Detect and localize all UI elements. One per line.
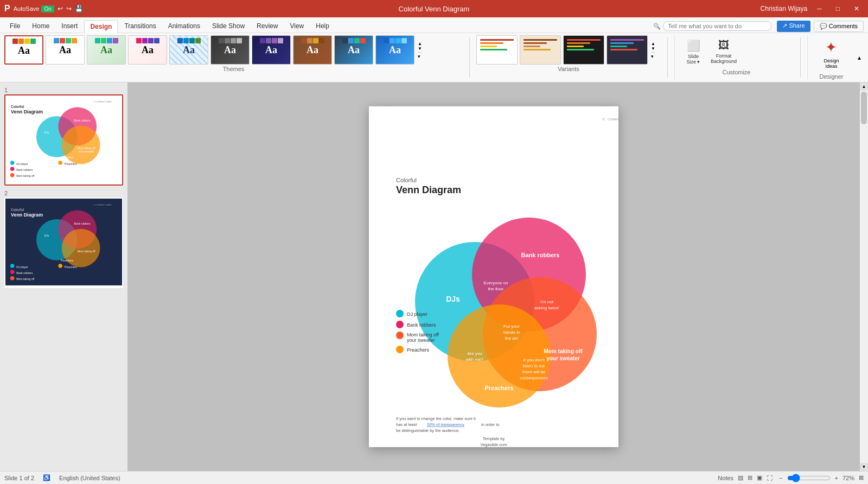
username: Christian Wijaya	[761, 5, 808, 12]
autosave-control: AutoSave On	[14, 5, 54, 12]
svg-text:V COMPANY NAME: V COMPANY NAME	[93, 203, 112, 206]
svg-text:Bank robbers: Bank robbers	[74, 222, 91, 225]
svg-text:has at least: has at least	[396, 422, 417, 427]
menu-insert[interactable]: Insert	[56, 20, 83, 32]
design-ideas-label: DesignIdeas	[824, 58, 839, 69]
theme-item-2[interactable]: Aa	[46, 35, 85, 65]
presenter-view-icon[interactable]: ⛶	[767, 475, 773, 481]
theme-item-3[interactable]: Aa	[87, 35, 126, 65]
slide-thumb-svg-2: Colorful Venn Diagram DJs Bank robbers M…	[5, 199, 122, 286]
ribbon: File Home Insert Design Transitions Anim…	[0, 17, 868, 82]
menu-design[interactable]: Design	[84, 20, 118, 33]
zoom-slider[interactable]	[787, 474, 831, 482]
svg-text:Put your: Put your	[503, 324, 520, 329]
theme-item-10[interactable]: Aa	[375, 35, 414, 65]
menu-transitions[interactable]: Transitions	[119, 20, 161, 32]
variant-item-3[interactable]	[563, 35, 604, 65]
slide-number-2: 2	[4, 190, 123, 196]
reading-view-icon[interactable]: ▣	[757, 474, 762, 481]
theme-item-1[interactable]: Aa	[4, 35, 43, 65]
svg-text:in order to: in order to	[481, 422, 500, 427]
main-area: 1 Colorful Venn Diagram DJs Bank robbers…	[0, 82, 868, 471]
svg-text:Colorful: Colorful	[11, 105, 24, 109]
menu-bar: File Home Insert Design Transitions Anim…	[0, 17, 868, 33]
autosave-badge[interactable]: On	[41, 5, 54, 12]
svg-text:DJ player: DJ player	[16, 265, 28, 268]
svg-text:DJ player: DJ player	[407, 311, 427, 317]
slide-thumbnail-2[interactable]: Colorful Venn Diagram DJs Bank robbers M…	[4, 198, 123, 289]
fit-slide-icon[interactable]: ⊠	[859, 474, 864, 481]
designer-label: Designer	[819, 73, 843, 80]
app-logo: P	[4, 4, 10, 14]
notes-button[interactable]: Notes	[718, 475, 733, 481]
variant-item-1[interactable]	[476, 35, 518, 65]
design-ideas-icon: ✦	[825, 39, 837, 56]
theme-item-9[interactable]: Aa	[334, 35, 373, 65]
menu-view[interactable]: View	[284, 20, 309, 32]
svg-point-73	[396, 346, 404, 353]
variant-item-4[interactable]	[607, 35, 648, 65]
divider-3	[800, 37, 801, 78]
maximize-button[interactable]: □	[832, 4, 844, 14]
theme-item-8[interactable]: Aa	[293, 35, 332, 65]
ribbon-collapse-button[interactable]: ▲	[855, 35, 864, 80]
share-button[interactable]: ↗ Share	[777, 21, 810, 32]
slide-canvas: V COMPANY NAME Colorful Venn Diagram DJs	[369, 106, 618, 447]
save-icon[interactable]: 💾	[75, 5, 83, 12]
zoom-out-button[interactable]: −	[777, 474, 784, 482]
menu-search-area: 🔍	[653, 21, 771, 31]
redo-icon[interactable]: ↪	[66, 5, 72, 12]
minimize-button[interactable]: ─	[813, 4, 826, 14]
svg-text:Colorful: Colorful	[11, 207, 24, 211]
menu-review[interactable]: Review	[251, 20, 283, 32]
menu-home[interactable]: Home	[27, 20, 55, 32]
scroll-up-button[interactable]: ▲	[860, 82, 868, 91]
undo-icon[interactable]: ↩	[58, 5, 63, 12]
comments-button[interactable]: 💬 Comments	[814, 21, 864, 32]
theme-item-4[interactable]: Aa	[128, 35, 167, 65]
zoom-in-button[interactable]: +	[833, 474, 840, 482]
svg-text:Preachers: Preachers	[484, 385, 513, 391]
theme-item-6[interactable]: Aa	[210, 35, 250, 65]
variant-item-2[interactable]	[520, 35, 561, 65]
svg-text:the floor: the floor	[488, 286, 504, 291]
format-background-button[interactable]: 🖼 FormatBackground	[710, 35, 738, 68]
slide-sorter-icon[interactable]: ⊞	[748, 474, 752, 481]
svg-text:If you want to change the colo: If you want to change the color, make su…	[396, 416, 476, 421]
menu-slideshow[interactable]: Slide Show	[207, 20, 250, 32]
scroll-down-button[interactable]: ▼	[860, 463, 868, 471]
slide-size-label: SlideSize ▾	[686, 54, 700, 65]
theme-item-5[interactable]: Aa	[169, 35, 208, 65]
zoom-controls: − + 72%	[777, 474, 854, 482]
menu-animations[interactable]: Animations	[163, 20, 206, 32]
canvas-area: V COMPANY NAME Colorful Venn Diagram DJs	[127, 82, 860, 471]
svg-text:with me?: with me?	[465, 357, 484, 362]
design-ideas-button[interactable]: ✦ DesignIdeas	[820, 36, 842, 72]
divider-1	[469, 37, 470, 78]
svg-text:Preachers: Preachers	[61, 259, 73, 262]
variants-label: Variants	[476, 66, 661, 72]
slide-number-1: 1	[4, 87, 123, 93]
slide-size-button[interactable]: ⬜ SlideSize ▾	[679, 35, 707, 68]
scrollbar-track[interactable]	[860, 91, 868, 463]
svg-text:Bank robbers: Bank robbers	[16, 271, 33, 275]
scrollbar-thumb[interactable]	[861, 92, 867, 124]
slide-thumbnail-1[interactable]: Colorful Venn Diagram DJs Bank robbers M…	[4, 94, 123, 186]
close-button[interactable]: ✕	[850, 4, 864, 14]
svg-point-30	[10, 264, 15, 268]
themes-scroll[interactable]: ▲ ▼ ▾	[417, 40, 423, 60]
customize-buttons: ⬜ SlideSize ▾ 🖼 FormatBackground	[679, 35, 794, 68]
vertical-scrollbar[interactable]: ▲ ▼	[860, 82, 868, 471]
menu-help[interactable]: Help	[310, 20, 335, 32]
format-bg-label: FormatBackground	[711, 53, 737, 64]
variants-scroll[interactable]: ▲ ▼ ▾	[650, 35, 656, 65]
svg-text:50% of transparency: 50% of transparency	[427, 422, 464, 427]
search-input[interactable]	[663, 21, 771, 31]
theme-item-7[interactable]: Aa	[252, 35, 291, 65]
svg-text:consequences: consequences	[520, 375, 548, 380]
normal-view-icon[interactable]: ▤	[738, 474, 743, 481]
svg-text:listen to me: listen to me	[523, 364, 545, 368]
svg-text:Preachers: Preachers	[65, 162, 77, 165]
menu-file[interactable]: File	[4, 20, 25, 32]
title-bar: P AutoSave On ↩ ↪ 💾 Colorful Venn Diagra…	[0, 0, 868, 17]
